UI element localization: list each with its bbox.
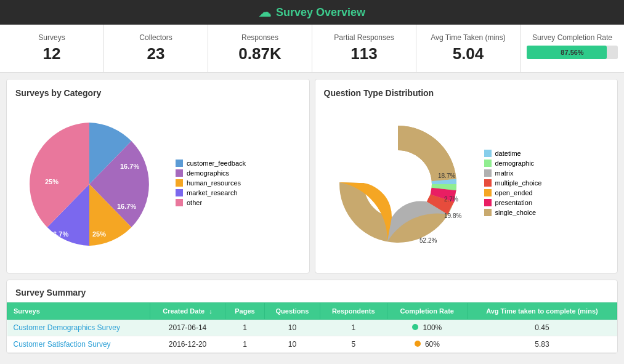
col-questions: Questions (265, 303, 320, 320)
legend-demographic: demographic (484, 160, 542, 167)
survey-summary-section: Survey Summary Surveys Created Date ↓ Pa… (6, 280, 618, 354)
legend-human-resources: human_resources (176, 179, 246, 187)
survey-name-2[interactable]: Customer Satisfaction Survey (7, 336, 150, 353)
cloud-icon: ☁ (259, 5, 271, 20)
survey-pages-2: 1 (225, 336, 264, 353)
completion-bar-container: 87.56% (527, 46, 618, 59)
legend-open-ended: open_ended (484, 189, 542, 196)
legend-color-other (176, 199, 183, 206)
surveys-by-category-title: Surveys by Category (15, 88, 301, 98)
label-human-resources: 25% (92, 230, 106, 238)
survey-avgtime-2: 5.83 (467, 336, 617, 353)
col-pages: Pages (225, 303, 264, 320)
survey-respondents-2: 5 (320, 336, 387, 353)
stat-avgtime-label: Avg Time Taken (mins) (423, 33, 514, 42)
completion-dot-2 (415, 341, 421, 347)
col-avg-time: Avg Time taken to complete (mins) (467, 303, 617, 320)
stat-avgtime-value: 5.04 (423, 44, 514, 63)
col-surveys: Surveys (7, 303, 150, 320)
stat-avgtime: Avg Time Taken (mins) 5.04 (416, 25, 521, 72)
legend-market-research: market_research (176, 189, 246, 196)
legend-label-demographic: demographic (495, 160, 535, 167)
survey-date-1: 2017-06-14 (150, 320, 225, 336)
survey-completion-1: 100% (387, 320, 467, 336)
survey-avgtime-1: 0.45 (467, 320, 617, 336)
survey-name-1[interactable]: Customer Demographics Survey (7, 320, 150, 336)
legend-color-datetime (484, 150, 492, 157)
stat-completion-label: Survey Completion Rate (527, 33, 618, 42)
sort-icon: ↓ (209, 307, 213, 315)
stat-partial-label: Partial Responses (318, 33, 410, 42)
survey-questions-1: 10 (265, 320, 320, 336)
legend-color-single-choice (484, 209, 492, 216)
survey-respondents-1: 1 (320, 320, 387, 336)
legend-label-matrix: matrix (495, 169, 514, 177)
survey-completion-2: 60% (387, 336, 467, 353)
legend-matrix: matrix (484, 169, 542, 177)
legend-color-customer-feedback (176, 160, 183, 167)
question-type-title: Question Type Distribution (324, 88, 609, 98)
legend-label-single-choice: single_choice (495, 209, 537, 216)
table-row: Customer Satisfaction Survey 2016-12-20 … (7, 336, 617, 353)
stat-responses: Responses 0.87K (208, 25, 312, 72)
donut-label-openended: 19.8% (444, 212, 461, 219)
donut-label-single: 52.2% (419, 237, 437, 244)
stat-responses-label: Responses (214, 33, 306, 42)
legend-customer-feedback: customer_feedback (176, 160, 246, 167)
pie-container: 16.7% 16.7% 25% 16.7% 25% customer_feedb… (15, 104, 301, 264)
legend-label-presentation: presentation (495, 199, 533, 206)
table-row: Customer Demographics Survey 2017-06-14 … (7, 320, 617, 336)
stat-surveys: Surveys 12 (0, 25, 104, 72)
label-other: 25% (45, 178, 59, 185)
legend-presentation: presentation (484, 199, 542, 206)
legend-label-customer-feedback: customer_feedback (187, 160, 246, 167)
summary-table: Surveys Created Date ↓ Pages Questions R… (7, 302, 617, 353)
donut-label-multiple: 2.7% (444, 196, 458, 203)
donut-legend: datetime demographic matrix multiple_cho… (484, 150, 542, 219)
legend-label-demographics: demographics (187, 169, 229, 177)
question-type-panel: Question Type Distribution (315, 79, 618, 273)
donut-chart: 19.8% 52.2% 18.7% 2.7% (324, 110, 472, 258)
donut-container: 19.8% 52.2% 18.7% 2.7% datetime demograp… (324, 104, 609, 264)
col-created-date[interactable]: Created Date ↓ (150, 303, 225, 320)
page-header: ☁ Survey Overview (0, 0, 624, 25)
summary-table-body: Customer Demographics Survey 2017-06-14 … (7, 320, 617, 353)
donut-segments (339, 126, 456, 243)
legend-label-datetime: datetime (495, 150, 521, 157)
charts-section: Surveys by Category 16.7% 16.7% 25% 16. (6, 79, 618, 273)
surveys-by-category-panel: Surveys by Category 16.7% 16.7% 25% 16. (6, 79, 310, 273)
stat-collectors: Collectors 23 (104, 25, 208, 72)
completion-bar-text: 87.56% (561, 49, 583, 56)
stat-collectors-label: Collectors (110, 33, 201, 42)
stat-partial-value: 113 (318, 44, 410, 63)
stat-completion: Survey Completion Rate 87.56% (521, 25, 624, 72)
col-completion-rate: Completion Rate (387, 303, 467, 320)
donut-label-matrix: 18.7% (438, 172, 455, 179)
completion-dot-1 (412, 324, 418, 330)
table-header-row: Surveys Created Date ↓ Pages Questions R… (7, 303, 617, 320)
pie-legend: customer_feedback demographics human_res… (176, 160, 246, 209)
survey-pages-1: 1 (225, 320, 264, 336)
legend-color-demographic (484, 160, 492, 167)
legend-color-presentation (484, 199, 492, 206)
stat-surveys-value: 12 (6, 44, 97, 63)
label-market-research: 16.7% (49, 230, 68, 238)
stat-partial: Partial Responses 113 (312, 25, 416, 72)
legend-label-other: other (187, 199, 202, 206)
col-respondents: Respondents (320, 303, 387, 320)
legend-color-open-ended (484, 189, 492, 196)
page-title: Survey Overview (276, 6, 365, 19)
completion-rate-1: 100% (423, 323, 442, 332)
survey-date-2: 2016-12-20 (150, 336, 225, 353)
completion-rate-2: 60% (425, 340, 440, 349)
stat-surveys-label: Surveys (6, 33, 97, 42)
legend-color-matrix (484, 169, 492, 177)
legend-multiple-choice: multiple_choice (484, 179, 542, 187)
stats-bar: Surveys 12 Collectors 23 Responses 0.87K… (0, 25, 624, 73)
legend-other: other (176, 199, 246, 206)
legend-demographics: demographics (176, 169, 246, 177)
legend-color-demographics (176, 169, 183, 177)
legend-datetime: datetime (484, 150, 542, 157)
legend-label-open-ended: open_ended (495, 189, 533, 196)
summary-title: Survey Summary (7, 280, 617, 302)
